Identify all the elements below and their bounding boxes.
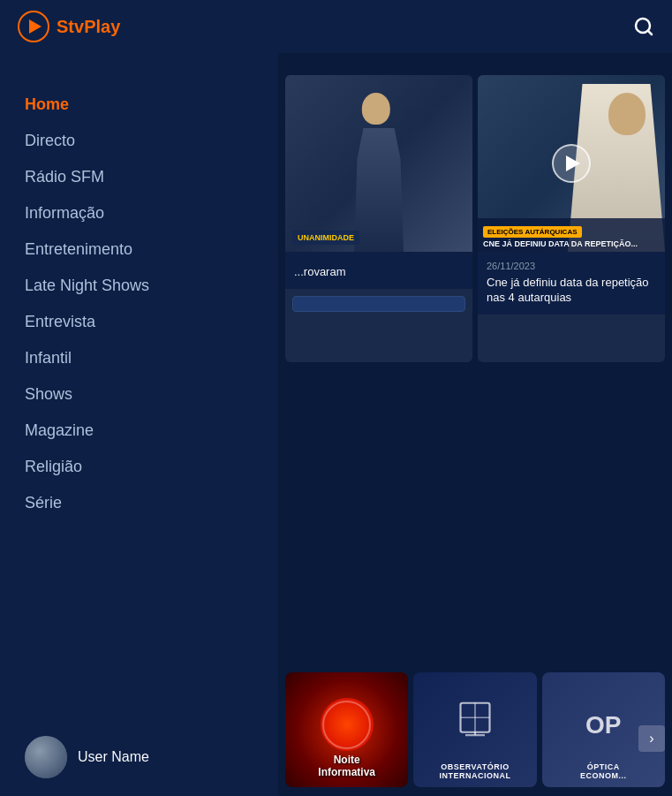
thumb-observatorio-internacional[interactable]: OBSERVATÓRIO INTERNACIONAL	[413, 672, 536, 787]
sidebar-item-directo[interactable]: Directo	[25, 125, 278, 157]
sidebar-item-late-night-shows[interactable]: Late Night Shows	[25, 269, 278, 302]
card2-title: Cne já definiu data da repetição nas 4 a…	[487, 276, 656, 306]
optica-label: ÓPTICA ECONOM...	[542, 762, 665, 780]
card-thumb-2: ELEIÇÕES AUTÁRQUICAS CNE JÁ DEFINIU DATA…	[478, 75, 665, 252]
sidebar: Home Directo Rádio SFM Informação Entret…	[0, 0, 278, 796]
logo-stv: Stv	[57, 17, 84, 36]
play-icon	[566, 155, 580, 171]
sidebar-item-infantil[interactable]: Infantil	[25, 342, 278, 375]
sidebar-item-shows[interactable]: Shows	[25, 378, 278, 411]
thumb-noite-informativa[interactable]: Noite Informativa	[285, 672, 408, 787]
card1-badge: UNANIMIDADE	[292, 231, 359, 245]
logo-play-text: Play	[84, 17, 120, 36]
search-button[interactable]	[633, 16, 654, 37]
sidebar-item-radio-sfm[interactable]: Rádio SFM	[25, 161, 278, 193]
card1-action-btn[interactable]	[292, 296, 465, 312]
card1-title: ...rovaram	[294, 265, 464, 280]
card1-info: ...rovaram	[285, 252, 472, 289]
optica-icon: OP	[585, 711, 621, 739]
cards-row: UNANIMIDADE ...rovaram ELEIÇÕES AUTÁRQUI…	[278, 0, 672, 362]
observatorio-icon	[450, 698, 499, 747]
avatar-image	[25, 736, 67, 778]
card2-badge2: CNE JÁ DEFINIU DATA DA REPETIÇÃO...	[483, 239, 660, 248]
nav-next-arrow[interactable]: ›	[638, 725, 665, 752]
avatar	[25, 736, 67, 778]
play-button[interactable]	[552, 144, 591, 183]
user-section[interactable]: User Name	[0, 718, 278, 796]
video-card-1[interactable]: UNANIMIDADE ...rovaram	[285, 75, 472, 362]
card2-info: 26/11/2023 Cne já definiu data da repeti…	[478, 252, 665, 315]
nav-menu: Home Directo Rádio SFM Informação Entret…	[0, 71, 278, 718]
logo-play-icon	[29, 19, 42, 34]
noite-label: Noite Informativa	[285, 754, 408, 778]
logo-text: StvPlay	[57, 17, 120, 37]
observatorio-label: OBSERVATÓRIO INTERNACIONAL	[413, 762, 536, 780]
noite-globe	[321, 698, 374, 751]
sidebar-item-serie[interactable]: Série	[25, 487, 278, 519]
sidebar-item-informacao[interactable]: Informação	[25, 197, 278, 230]
logo-icon	[18, 11, 49, 42]
sidebar-item-entrevista[interactable]: Entrevista	[25, 306, 278, 338]
card2-badge: ELEIÇÕES AUTÁRQUICAS	[483, 226, 582, 238]
sidebar-item-home[interactable]: Home	[25, 88, 278, 121]
card2-date: 26/11/2023	[487, 261, 656, 271]
svg-line-1	[648, 31, 652, 34]
user-name: User Name	[78, 749, 149, 765]
sidebar-item-religiao[interactable]: Religião	[25, 451, 278, 483]
sidebar-item-entretenimento[interactable]: Entretenimento	[25, 233, 278, 266]
thumbnails-row: Noite Informativa OBSERVATÓRIO INTERNACI…	[278, 659, 672, 796]
header: StvPlay	[0, 0, 672, 53]
card-thumb-1: UNANIMIDADE	[285, 75, 472, 252]
logo: StvPlay	[18, 11, 120, 42]
video-card-2[interactable]: ELEIÇÕES AUTÁRQUICAS CNE JÁ DEFINIU DATA…	[478, 75, 665, 362]
sidebar-item-magazine[interactable]: Magazine	[25, 414, 278, 447]
main-content: UNANIMIDADE ...rovaram ELEIÇÕES AUTÁRQUI…	[278, 0, 672, 796]
